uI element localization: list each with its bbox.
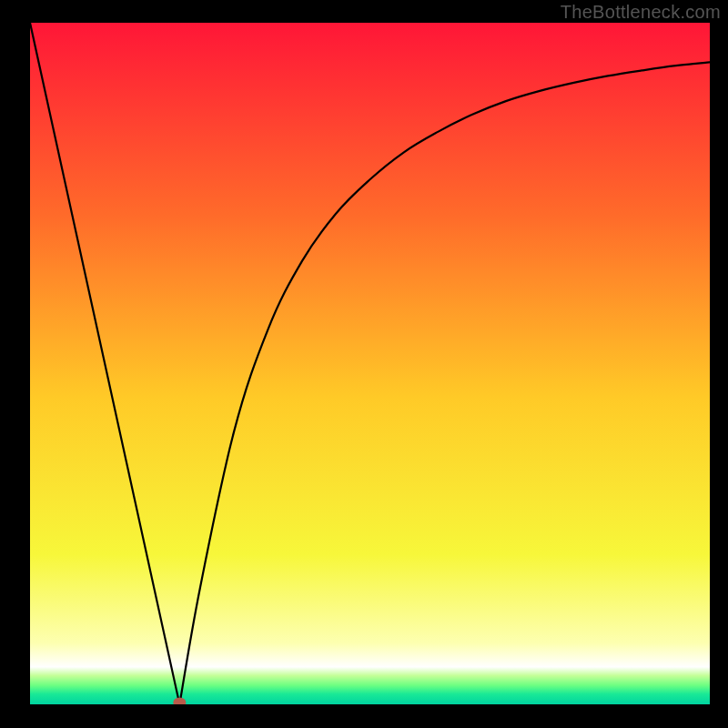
chart-plot-area bbox=[30, 23, 710, 704]
chart-svg bbox=[30, 23, 710, 704]
chart-frame: TheBottleneck.com bbox=[0, 0, 728, 728]
chart-background-gradient bbox=[30, 23, 710, 704]
watermark-text: TheBottleneck.com bbox=[561, 2, 721, 23]
